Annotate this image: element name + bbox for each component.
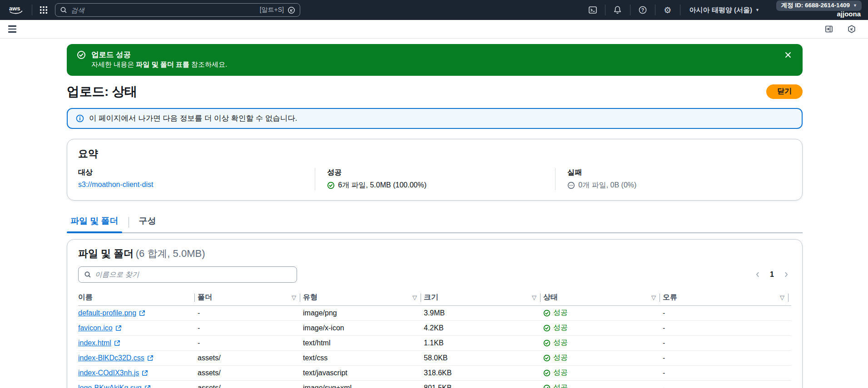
cell-size: 801.5KB <box>424 381 543 388</box>
chevron-down-icon: ▼ <box>853 3 857 8</box>
table-filter-box[interactable] <box>78 266 297 283</box>
file-link-label: index-COdIX3nh.js <box>78 369 139 377</box>
info-alert-text: 이 페이지에서 나가면 다음 정보를 더 이상 확인할 수 없습니다. <box>89 113 297 123</box>
failed-label: 실패 <box>567 168 780 177</box>
success-label: 성공 <box>327 168 544 177</box>
cloudshell-icon[interactable] <box>585 2 600 18</box>
filter-icon[interactable]: ▽ <box>532 294 540 301</box>
info-icon <box>76 114 84 123</box>
global-search[interactable]: [알트+S] <box>55 3 300 17</box>
previous-page-icon[interactable] <box>753 270 763 280</box>
search-icon <box>60 6 67 14</box>
tabs: 파일 및 폴더 구성 <box>67 215 803 233</box>
file-link-label: index-BlKDc32D.css <box>78 354 144 362</box>
files-table-card: 파일 및 폴더 (6 합계, 5.0MB) 1 <box>67 239 803 388</box>
file-link-label: favicon.ico <box>78 324 113 332</box>
check-circle-icon <box>77 50 86 59</box>
file-link-label: logo-BKwAkiKg.svg <box>78 384 142 388</box>
column-header-name[interactable]: 이름 <box>78 290 198 305</box>
cell-type: text/javascript <box>303 366 424 380</box>
status-label: 성공 <box>553 383 568 388</box>
search-assistant-icon[interactable] <box>288 6 295 14</box>
column-header-status[interactable]: 상태 ▽ <box>543 290 663 305</box>
page-title: 업로드: 상태 <box>67 83 137 100</box>
search-shortcut-hint: [알트+S] <box>260 6 284 14</box>
services-grid-icon[interactable] <box>37 3 50 17</box>
next-page-icon[interactable] <box>781 270 791 280</box>
cell-error: - <box>663 336 791 350</box>
status-badge: 성공 <box>543 338 568 348</box>
filter-icon[interactable]: ▽ <box>292 294 300 301</box>
filter-icon[interactable]: ▽ <box>780 294 788 301</box>
table-row: index.html - text/html 1.1KB <box>78 336 791 351</box>
cell-error: - <box>663 321 791 335</box>
status-label: 성공 <box>553 308 568 318</box>
status-check-icon <box>543 384 551 388</box>
summary-card: 요약 대상 s3://moathon-client-dist 성공 <box>67 139 803 201</box>
status-label: 성공 <box>553 323 568 333</box>
external-link-icon <box>114 340 120 346</box>
close-button[interactable]: 닫기 <box>766 84 803 99</box>
filter-icon[interactable]: ▽ <box>651 294 660 301</box>
external-link-icon <box>139 310 145 316</box>
top-navigation: aws [알트+S] <box>0 0 868 20</box>
file-link[interactable]: index-COdIX3nh.js <box>78 369 148 377</box>
cell-type: image/svg+xml <box>303 381 424 388</box>
help-icon[interactable]: ? <box>635 2 650 18</box>
tab-files-and-folders[interactable]: 파일 및 폴더 <box>67 215 122 232</box>
target-bucket-link[interactable]: s3://moathon-client-dist <box>78 181 153 189</box>
cell-size: 58.0KB <box>424 351 543 365</box>
table-title: 파일 및 폴더 <box>78 248 134 259</box>
status-check-icon <box>543 369 551 377</box>
column-header-size[interactable]: 크기 ▽ <box>424 290 543 305</box>
page-number[interactable]: 1 <box>767 270 777 279</box>
search-icon <box>84 271 91 278</box>
pagination: 1 <box>753 270 791 280</box>
column-header-error[interactable]: 오류 ▽ <box>663 290 791 305</box>
filter-icon[interactable]: ▽ <box>412 294 421 301</box>
chevron-down-icon: ▼ <box>755 8 759 12</box>
open-panel-icon[interactable] <box>824 25 833 34</box>
aws-logo[interactable]: aws <box>8 5 25 15</box>
file-link[interactable]: index.html <box>78 339 120 347</box>
external-link-icon <box>142 370 148 376</box>
table-row: favicon.ico - image/x-icon 4.2KB <box>78 321 791 336</box>
file-link[interactable]: favicon.ico <box>78 324 122 332</box>
file-link[interactable]: logo-BKwAkiKg.svg <box>78 384 151 388</box>
tab-configuration[interactable]: 구성 <box>135 215 160 232</box>
cell-type: image/png <box>303 306 424 320</box>
notifications-bell-icon[interactable] <box>610 2 625 18</box>
status-check-icon <box>543 324 551 332</box>
divider <box>32 5 32 15</box>
column-header-folder[interactable]: 폴더 ▽ <box>198 290 303 305</box>
amazon-q-icon[interactable] <box>847 25 856 34</box>
file-link[interactable]: index-BlKDc32D.css <box>78 354 154 362</box>
cell-folder: assets/ <box>198 381 303 388</box>
region-selector[interactable]: 아시아 태평양 (서울) ▼ <box>689 6 759 15</box>
cell-folder: - <box>198 336 303 350</box>
flash-close-icon[interactable] <box>783 49 794 60</box>
status-check-icon <box>543 339 551 347</box>
external-link-icon <box>115 325 122 331</box>
status-label: 성공 <box>553 338 568 348</box>
success-flashbar: 업로드 성공 자세한 내용은 파일 및 폴더 표를 참조하세요. <box>67 44 803 76</box>
cell-type: text/html <box>303 336 424 350</box>
side-menu-hamburger-icon[interactable] <box>8 23 20 35</box>
cell-folder: assets/ <box>198 351 303 365</box>
column-header-type[interactable]: 유형 ▽ <box>303 290 424 305</box>
cell-type: image/x-icon <box>303 321 424 335</box>
table-body: default-profile.png - image/png 3.9MB <box>78 306 791 388</box>
flash-title: 업로드 성공 <box>91 49 227 59</box>
external-link-icon <box>144 385 151 388</box>
table-filter-input[interactable] <box>95 270 291 279</box>
table-header-row: 이름 폴더 ▽ 유형 ▽ 크기 ▽ 상태 ▽ <box>78 290 791 306</box>
file-link[interactable]: default-profile.png <box>78 309 145 317</box>
failed-ellipsis-icon <box>567 182 575 189</box>
cell-type: text/css <box>303 351 424 365</box>
settings-gear-icon[interactable]: ⚙ <box>660 2 675 18</box>
flash-message: 자세한 내용은 파일 및 폴더 표를 참조하세요. <box>91 59 227 70</box>
file-link-label: default-profile.png <box>78 309 136 317</box>
search-input[interactable] <box>71 6 256 14</box>
account-id-badge[interactable]: 계정 ID: 6688-2614-1409 ▼ <box>776 0 862 11</box>
console-toolbar <box>0 20 868 39</box>
